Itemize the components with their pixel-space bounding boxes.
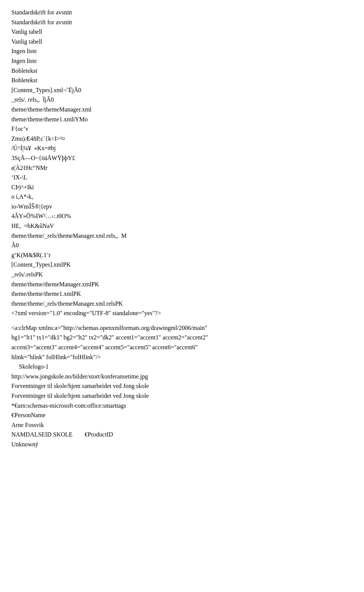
line-27: [Content_Types].xmlPK bbox=[11, 260, 353, 270]
line-3: Vanlig tabell bbox=[11, 27, 353, 37]
line-4: Vanlig tabell bbox=[11, 37, 353, 47]
line-15: /Ú^Í|¼¥ «Kx=#bj bbox=[11, 143, 353, 153]
line-36: accent3="accent3" accent4="accent4" acce… bbox=[11, 342, 353, 352]
line-30: theme/theme/theme1.xmlPK bbox=[11, 289, 353, 299]
line-12: theme/theme/theme1.xmliYMo bbox=[11, 115, 353, 124]
line-10: _rels/. rels,, ÏjÃ0 bbox=[11, 95, 353, 105]
line-24: theme/theme/_rels/themeManager.xml.rels,… bbox=[11, 231, 353, 241]
line-19: CÞ)^+Iki bbox=[11, 182, 353, 192]
line-43: €PersonName bbox=[11, 410, 353, 420]
line-46: Unknownÿ bbox=[11, 440, 353, 449]
line-32: <?xml version="1.0" encoding="UTF-8" sta… bbox=[11, 308, 353, 318]
line-14: Zmu)Æ4ñP,c`{k<I>¹¤ bbox=[11, 134, 353, 144]
blank-line-1 bbox=[11, 318, 353, 323]
line-39: http://www.jongskole.no/bilder/stort/kon… bbox=[11, 372, 353, 382]
main-content: Standardskrift for avsnitt Standardskrif… bbox=[11, 8, 353, 449]
line-21: io›WnsÎŠ®|{epv bbox=[11, 202, 353, 212]
line-20: o í,A*‹k, bbox=[11, 192, 353, 202]
line-26: g‘K(M&$R(.1˜r bbox=[11, 250, 353, 260]
line-37: hlink="hlink" folHlink="folHlink"/> bbox=[11, 352, 353, 362]
line-9: [Content_Types].xml¬ˆËjÃ0 bbox=[11, 85, 353, 95]
line-25: Â0 bbox=[11, 240, 353, 250]
line-41: Forventninger til skole/hjem samarbeidet… bbox=[11, 391, 353, 401]
line-35: bg1="lt1" tx1="dk1" bg2="lt2" tx2="dk2" … bbox=[11, 333, 353, 342]
line-1: Standardskrift for avsnitt bbox=[11, 8, 353, 17]
line-17: ø¦À2ℓHc“NMr bbox=[11, 163, 353, 173]
line-38: Skolelogo-1 bbox=[11, 362, 353, 372]
line-28: _rels/.relsPK bbox=[11, 270, 353, 280]
line-13: F{oc’v bbox=[11, 124, 353, 134]
line-45: NAMDALSEID SKOLE €ProductID bbox=[11, 430, 353, 440]
line-34: <a:clrMap xmlns:a="http://schemas.openxm… bbox=[11, 323, 353, 333]
line-31: theme/theme/_rels/themeManager.xml.relsP… bbox=[11, 299, 353, 309]
line-7: Bobletekst bbox=[11, 66, 353, 76]
line-8: Bobletekst bbox=[11, 75, 353, 85]
line-40: Forventninger til skole/hjem samarbeidet… bbox=[11, 381, 353, 391]
line-16: 3SçÅ—O~{öäÅWŸþþY£ bbox=[11, 153, 353, 163]
line-18: ‘IX-\L bbox=[11, 173, 353, 182]
line-42: *€urn:schemas-microsoft-com:office:smart… bbox=[11, 401, 353, 411]
line-11: theme/theme/themeManager.xml bbox=[11, 105, 353, 115]
line-5: Ingen liste bbox=[11, 46, 353, 56]
line-6: Ingen liste bbox=[11, 56, 353, 66]
line-44: Arne Fossvik bbox=[11, 420, 353, 430]
line-2: Standardskrift for avsnitt bbox=[11, 17, 353, 27]
line-29: theme/theme/themeManager.xmlPK bbox=[11, 280, 353, 289]
line-23: HE, =hK&ûNaV bbox=[11, 221, 353, 231]
line-22: 4ÂY»Õ%šW²…›:.t0O% bbox=[11, 211, 353, 221]
